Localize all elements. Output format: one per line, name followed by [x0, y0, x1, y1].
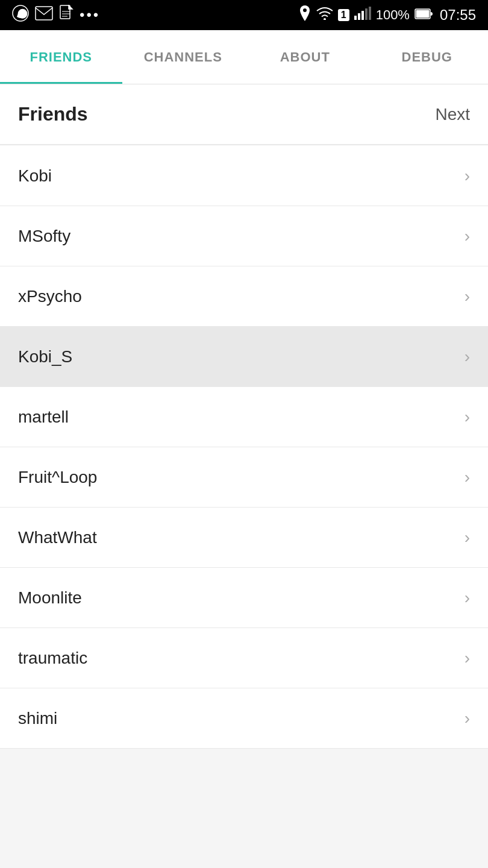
chevron-right-icon: ›: [465, 347, 470, 366]
chevron-right-icon: ›: [465, 287, 470, 306]
battery-icon: [414, 7, 433, 23]
svg-point-6: [303, 8, 307, 12]
status-bar-left-icons: •••: [12, 5, 100, 25]
list-item[interactable]: Fruit^Loop ›: [0, 447, 488, 508]
list-item[interactable]: Kobi ›: [0, 146, 488, 206]
tab-debug[interactable]: DEBUG: [366, 30, 489, 84]
friend-name: MSofty: [18, 227, 70, 246]
next-button[interactable]: Next: [435, 105, 470, 124]
location-icon: [298, 5, 311, 25]
friend-name: shimi: [18, 709, 57, 728]
friend-name: martell: [18, 407, 69, 427]
svg-rect-11: [365, 8, 368, 20]
tab-bar: FRIENDS CHANNELS ABOUT DEBUG: [0, 30, 488, 84]
sim-badge: 1: [338, 9, 349, 21]
chevron-right-icon: ›: [465, 468, 470, 487]
list-item[interactable]: MSofty ›: [0, 206, 488, 266]
doc-icon: [59, 5, 74, 25]
svg-rect-12: [369, 7, 371, 20]
time-display: 07:55: [440, 7, 476, 24]
status-bar-right-icons: 1 100% 07:55: [298, 5, 476, 25]
friend-name: Kobi: [18, 166, 52, 186]
battery-percentage: 100%: [376, 7, 410, 23]
chevron-right-icon: ›: [465, 709, 470, 728]
friends-list: Kobi › MSofty › xPsycho › Kobi_S › marte…: [0, 146, 488, 749]
chevron-right-icon: ›: [465, 227, 470, 246]
friend-name: traumatic: [18, 649, 87, 668]
page-header: Friends Next: [0, 84, 488, 145]
svg-rect-1: [36, 7, 52, 20]
svg-rect-8: [354, 16, 357, 20]
tab-about[interactable]: ABOUT: [244, 30, 366, 84]
list-item[interactable]: martell ›: [0, 387, 488, 447]
list-item[interactable]: WhatWhat ›: [0, 508, 488, 568]
friend-name: xPsycho: [18, 287, 82, 306]
list-item[interactable]: shimi ›: [0, 688, 488, 749]
chevron-right-icon: ›: [465, 528, 470, 547]
status-bar: ••• 1: [0, 0, 488, 30]
list-item[interactable]: Moonlite ›: [0, 568, 488, 628]
more-icon: •••: [80, 7, 100, 24]
chevron-right-icon: ›: [465, 649, 470, 668]
wifi-icon: [316, 7, 333, 24]
svg-rect-10: [361, 11, 364, 20]
gmail-icon: [35, 6, 53, 24]
chevron-right-icon: ›: [465, 588, 470, 608]
tab-friends[interactable]: FRIENDS: [0, 30, 122, 84]
chevron-right-icon: ›: [465, 407, 470, 427]
friend-name: Moonlite: [18, 588, 82, 608]
svg-point-7: [324, 18, 326, 20]
friend-name: WhatWhat: [18, 528, 97, 547]
friend-name: Kobi_S: [18, 347, 72, 366]
list-item[interactable]: Kobi_S ›: [0, 327, 488, 387]
whatsapp-icon: [12, 5, 29, 25]
svg-rect-9: [358, 13, 360, 20]
list-item[interactable]: xPsycho ›: [0, 266, 488, 327]
tab-channels[interactable]: CHANNELS: [122, 30, 245, 84]
signal-icon: [354, 7, 371, 24]
chevron-right-icon: ›: [465, 166, 470, 186]
page-title: Friends: [18, 103, 88, 125]
list-item[interactable]: traumatic ›: [0, 628, 488, 688]
svg-rect-14: [416, 10, 429, 18]
friend-name: Fruit^Loop: [18, 468, 97, 487]
